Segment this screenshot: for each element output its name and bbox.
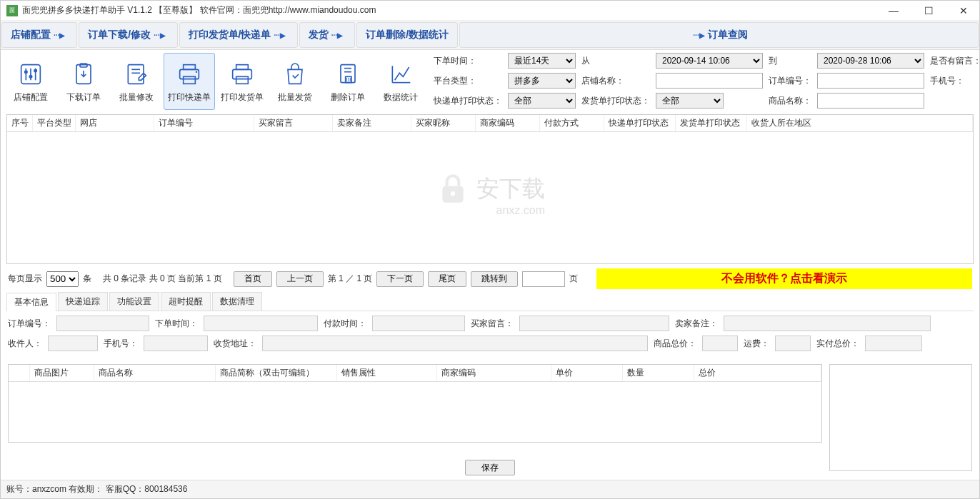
phone-label: 手机号：	[930, 75, 980, 87]
detail-addr-input[interactable]	[262, 336, 648, 351]
col-shop[interactable]: 网店	[76, 115, 154, 131]
per-page-select[interactable]: 500	[46, 271, 79, 287]
pager: 每页显示 500 条 共 0 条记录 共 0 页 当前第 1 页 首页 上一页 …	[1, 266, 979, 292]
help-banner[interactable]: 不会用软件？点击看演示	[596, 268, 972, 289]
pcol-code[interactable]: 商家编码	[437, 365, 551, 381]
detail-recv-input[interactable]	[48, 336, 98, 351]
express-print-select[interactable]: 全部	[508, 93, 576, 109]
per-page-suffix: 条	[83, 273, 91, 285]
detail-order-label: 订单编号：	[8, 318, 51, 330]
tab-shop-config[interactable]: 店铺配置···▶	[1, 22, 77, 48]
svg-point-5	[29, 74, 33, 78]
col-pay-method[interactable]: 付款方式	[540, 115, 604, 131]
pcol-image[interactable]: 商品图片	[30, 365, 94, 381]
maximize-button[interactable]: ☐	[919, 4, 939, 18]
product-input[interactable]	[817, 93, 924, 109]
col-buyer-nick[interactable]: 买家昵称	[411, 115, 476, 131]
platform-select[interactable]: 拼多多	[508, 73, 576, 89]
prev-page-button[interactable]: 上一页	[276, 271, 324, 287]
table-header: 序号 平台类型 网店 订单编号 买家留言 卖家备注 买家昵称 商家编码 付款方式…	[7, 115, 973, 132]
subtab-cleanup[interactable]: 数据清理	[212, 292, 262, 311]
first-page-button[interactable]: 首页	[234, 271, 272, 287]
to-date[interactable]: 2020-09-28 10:06	[817, 53, 924, 69]
svg-rect-19	[341, 64, 355, 82]
col-platform[interactable]: 平台类型	[33, 115, 76, 131]
close-button[interactable]: ✕	[954, 4, 974, 18]
detail-seller-note-input[interactable]	[724, 316, 931, 331]
tab-order-query[interactable]: ···▶订单查阅	[459, 22, 979, 48]
tool-batch-edit[interactable]: 批量修改	[111, 53, 162, 110]
svg-rect-13	[180, 69, 199, 79]
col-ship-print[interactable]: 发货单打印状态	[676, 115, 747, 131]
from-date[interactable]: 2020-09-14 10:06	[656, 53, 763, 69]
shop-input[interactable]	[656, 73, 763, 89]
pcol-total[interactable]: 总价	[694, 365, 821, 381]
order-input[interactable]	[817, 73, 924, 89]
tool-batch-ship[interactable]: 批量发货	[269, 53, 321, 110]
detail-realtotal-input[interactable]	[865, 336, 922, 351]
tab-delete-stats[interactable]: 订单删除/数据统计	[356, 22, 458, 48]
svg-point-27	[451, 191, 455, 196]
detail-phone-input[interactable]	[144, 336, 208, 351]
window-title: 面兜兜拼多多快递打单助手 V1.1.2 【至尊版】 软件官网：面兜兜http:/…	[22, 4, 883, 16]
shop-label: 店铺名称：	[581, 75, 650, 87]
tab-ship[interactable]: 发货···▶	[299, 22, 355, 48]
svg-point-6	[34, 69, 37, 72]
col-order[interactable]: 订单编号	[154, 115, 254, 131]
detail-shipfee-label: 运费：	[744, 338, 769, 350]
tool-stats[interactable]: 数据统计	[375, 53, 426, 110]
page-current: 第 1 ／ 1 页	[328, 273, 373, 285]
from-label: 从	[581, 55, 650, 67]
col-buyer-msg[interactable]: 买家留言	[254, 115, 333, 131]
tool-print-ship[interactable]: 打印发货单	[216, 53, 268, 110]
tab-print[interactable]: 打印发货单/快递单···▶	[179, 22, 298, 48]
next-page-button[interactable]: 下一页	[376, 271, 424, 287]
statusbar: 账号：anxzcom 有效期： 客服QQ：800184536	[1, 480, 979, 498]
tab-order-download[interactable]: 订单下载/修改···▶	[79, 22, 177, 48]
col-merchant-code[interactable]: 商家编码	[476, 115, 540, 131]
pager-total: 共 0 条记录 共 0 页 当前第 1 页	[103, 273, 222, 285]
subtab-basic[interactable]: 基本信息	[6, 293, 56, 311]
subtab-tracking[interactable]: 快递追踪	[58, 292, 108, 311]
detail-tabs: 基本信息 快递追踪 功能设置 超时提醒 数据清理	[6, 292, 974, 311]
toolbar: 店铺配置 下载订单 批量修改 打印快递单 打印发货单 批量发货	[5, 53, 426, 110]
detail-order-input[interactable]	[56, 316, 149, 331]
pcol-short[interactable]: 商品简称（双击可编辑）	[216, 365, 337, 381]
minimize-button[interactable]: —	[883, 4, 904, 18]
tool-print-express[interactable]: 打印快递单	[164, 53, 215, 110]
time-select[interactable]: 最近14天	[508, 53, 576, 69]
col-region[interactable]: 收货人所在地区	[747, 115, 973, 131]
pcol-price[interactable]: 单价	[551, 365, 623, 381]
detail-buyer-msg-input[interactable]	[519, 316, 669, 331]
subtab-timeout[interactable]: 超时提醒	[161, 292, 211, 311]
pcol-qty[interactable]: 数量	[623, 365, 694, 381]
pcol-name[interactable]: 商品名称	[94, 365, 216, 381]
msg-label: 是否有留言：	[930, 55, 980, 67]
time-label: 下单时间：	[434, 55, 502, 67]
jump-button[interactable]: 跳转到	[471, 271, 518, 287]
filter-panel: 下单时间： 最近14天 从 2020-09-14 10:06 到 2020-09…	[434, 53, 980, 109]
detail-total-input[interactable]	[702, 336, 738, 351]
last-page-button[interactable]: 尾页	[428, 271, 466, 287]
save-button[interactable]: 保存	[465, 460, 515, 475]
col-express-print[interactable]: 快递单打印状态	[604, 115, 676, 131]
detail-shipfee-input[interactable]	[775, 336, 811, 351]
col-seq[interactable]: 序号	[7, 115, 33, 131]
trash-doc-icon	[334, 60, 362, 89]
platform-label: 平台类型：	[434, 75, 502, 87]
tool-delete-order[interactable]: 删除订单	[322, 53, 374, 110]
printer-alt-icon	[228, 60, 256, 89]
tool-download-order[interactable]: 下载订单	[58, 53, 109, 110]
product-label: 商品名称：	[769, 95, 811, 107]
jump-input[interactable]	[522, 271, 565, 287]
tool-shop-config[interactable]: 店铺配置	[5, 53, 56, 110]
col-seller-note[interactable]: 卖家备注	[333, 115, 411, 131]
detail-pay-input[interactable]	[372, 316, 465, 331]
subtab-settings[interactable]: 功能设置	[109, 292, 159, 311]
ship-print-select[interactable]: 全部	[656, 93, 724, 109]
pcol-attr[interactable]: 销售属性	[337, 365, 437, 381]
bag-icon	[281, 60, 309, 89]
pcol-blank[interactable]	[9, 365, 30, 381]
detail-time-input[interactable]	[204, 316, 318, 331]
order-label: 订单编号：	[769, 75, 811, 87]
